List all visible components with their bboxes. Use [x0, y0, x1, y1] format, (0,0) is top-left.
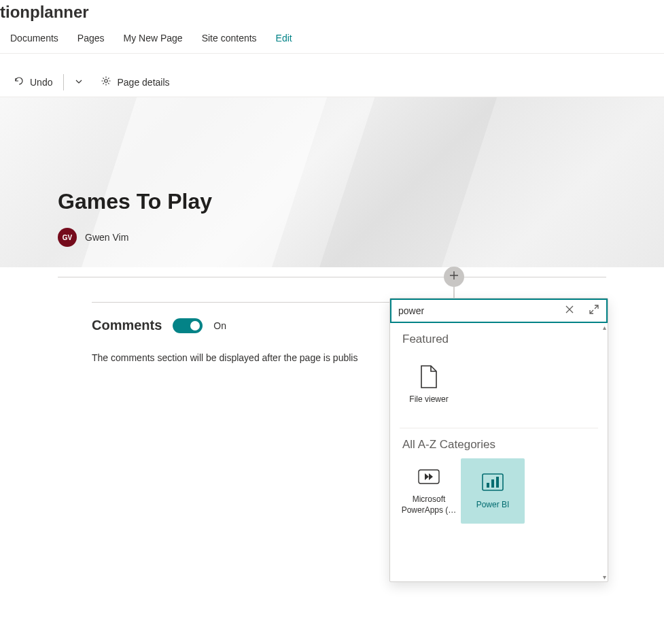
close-icon: [565, 305, 574, 317]
tile-powerapps[interactable]: Microsoft PowerApps (…: [397, 458, 461, 524]
clear-search-button[interactable]: [557, 300, 582, 322]
picker-search-row: [390, 299, 608, 323]
webpart-picker: ▴ Featured File viewer All A-Z Categorie…: [389, 298, 608, 582]
nav-my-new-page[interactable]: My New Page: [124, 33, 183, 44]
toggle-knob: [190, 321, 200, 331]
svg-point-0: [105, 80, 107, 82]
toolbar-divider: [63, 74, 64, 90]
site-title: tionplanner: [0, 0, 664, 27]
scroll-down-icon: ▾: [603, 573, 606, 581]
expand-icon: [589, 305, 599, 317]
svg-rect-3: [487, 483, 489, 488]
picker-all-grid: Microsoft PowerApps (… Power BI: [390, 458, 608, 533]
page-title[interactable]: Games To Play: [58, 189, 212, 214]
page-author: GV Gwen Vim: [58, 228, 212, 247]
svg-rect-4: [491, 479, 494, 488]
picker-featured-title: Featured: [390, 323, 608, 353]
undo-dropdown[interactable]: [69, 72, 88, 92]
nav-pages[interactable]: Pages: [77, 33, 105, 44]
picker-featured-grid: File viewer: [390, 353, 608, 428]
powerbi-icon: [482, 471, 504, 493]
tile-label: Power BI: [476, 500, 510, 511]
file-icon: [418, 366, 440, 388]
picker-body[interactable]: ▴ Featured File viewer All A-Z Categorie…: [390, 323, 608, 581]
comments-toggle-state: On: [213, 320, 226, 331]
page-details-button[interactable]: Page details: [95, 71, 175, 92]
picker-all-title: All A-Z Categories: [390, 428, 608, 458]
gear-icon: [101, 75, 111, 88]
page-hero: Games To Play GV Gwen Vim: [0, 97, 664, 267]
add-webpart-button[interactable]: [444, 267, 464, 287]
nav-edit[interactable]: Edit: [276, 33, 292, 44]
scroll-up-icon: ▴: [603, 324, 606, 331]
powerapps-icon: [418, 466, 440, 488]
undo-icon: [14, 75, 24, 88]
undo-button[interactable]: Undo: [8, 71, 58, 92]
comments-label: Comments: [92, 318, 162, 333]
tile-label: File viewer: [409, 394, 448, 405]
tile-file-viewer[interactable]: File viewer: [397, 353, 461, 418]
page-details-label: Page details: [117, 77, 169, 88]
avatar: GV: [58, 228, 77, 247]
nav-site-contents[interactable]: Site contents: [202, 33, 257, 44]
author-name: Gwen Vim: [85, 232, 128, 243]
tile-label: Microsoft PowerApps (…: [400, 494, 458, 515]
site-nav: Documents Pages My New Page Site content…: [0, 27, 664, 54]
svg-rect-5: [496, 477, 499, 488]
page-toolbar: Undo Page details: [0, 67, 664, 97]
section-divider-1: [58, 277, 606, 277]
comments-toggle[interactable]: [173, 318, 203, 333]
chevron-down-icon: [75, 76, 83, 88]
tile-powerbi[interactable]: Power BI: [461, 458, 525, 524]
search-input[interactable]: [391, 300, 557, 322]
plus-icon: [449, 271, 459, 283]
nav-documents[interactable]: Documents: [10, 33, 58, 44]
undo-label: Undo: [30, 77, 52, 88]
expand-picker-button[interactable]: [582, 300, 606, 322]
